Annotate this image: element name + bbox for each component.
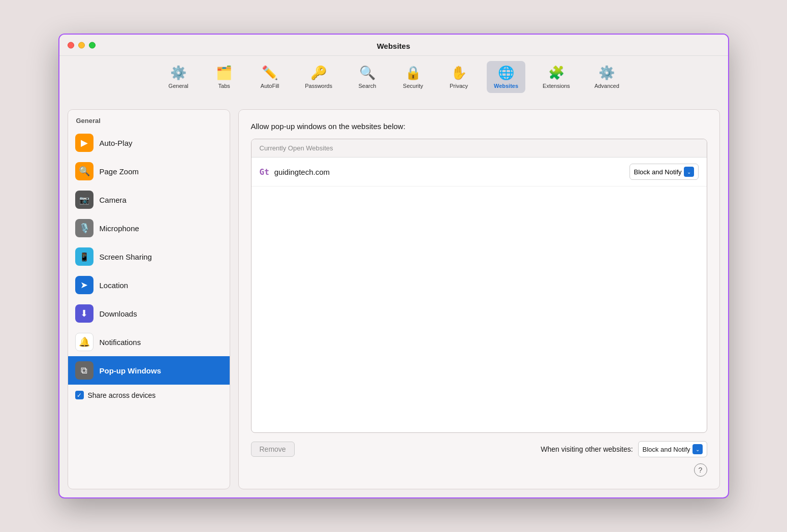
remove-button[interactable]: Remove (251, 442, 295, 457)
sidebar-item-location[interactable]: ➤ Location (68, 271, 230, 299)
websites-table: Currently Open Websites Gt guidingtech.c… (251, 139, 707, 433)
downloads-icon: ⬇ (75, 304, 93, 323)
tabs-icon: 🗂️ (216, 65, 232, 81)
sidebar-item-notifications[interactable]: 🔔 Notifications (68, 328, 230, 356)
minimize-button[interactable] (78, 42, 85, 48)
table-header: Currently Open Websites (251, 139, 707, 158)
location-label: Location (100, 281, 129, 290)
privacy-label: Privacy (450, 83, 468, 89)
general-icon: ⚙️ (170, 65, 186, 81)
titlebar: Websites (59, 35, 728, 56)
advanced-icon: ⚙️ (599, 65, 615, 81)
search-icon: 🔍 (359, 65, 375, 81)
main-panel: Allow pop-up windows on the websites bel… (238, 109, 720, 489)
bottom-controls: Remove When visiting other websites: Blo… (251, 441, 707, 457)
popupwindows-label: Pop-up Windows (100, 366, 162, 375)
autofill-label: AutoFill (261, 83, 279, 89)
site-name: guidingtech.com (274, 168, 629, 176)
help-button[interactable]: ? (694, 463, 707, 477)
autofill-icon: ✏️ (262, 65, 278, 81)
site-dropdown-arrow: ⌄ (684, 167, 694, 177)
sidebar-section-general: General (68, 110, 230, 129)
extensions-label: Extensions (543, 83, 570, 89)
security-icon: 🔒 (405, 65, 421, 81)
advanced-label: Advanced (594, 83, 619, 89)
screenshare-icon: 📱 (75, 247, 93, 266)
help-area: ? (251, 463, 707, 477)
content-area: General ▶ Auto-Play 🔍 Page Zoom 📷 Camera (59, 101, 728, 497)
sidebar-bottom: ✓ Share across devices (68, 385, 230, 405)
sidebar-item-microphone[interactable]: 🎙️ Microphone (68, 214, 230, 242)
window-title: Websites (377, 42, 411, 50)
extensions-icon: 🧩 (548, 65, 564, 81)
popupwindows-icon: ⧉ (75, 361, 93, 380)
other-websites-dropdown-value: Block and Notify (643, 446, 690, 453)
autoplay-label: Auto-Play (100, 139, 133, 147)
sidebar-item-pagezoom[interactable]: 🔍 Page Zoom (68, 157, 230, 185)
camera-icon: 📷 (75, 191, 93, 209)
panel-title: Allow pop-up windows on the websites bel… (251, 122, 707, 131)
passwords-icon: 🔑 (310, 65, 327, 81)
site-dropdown[interactable]: Block and Notify ⌄ (629, 164, 699, 180)
tab-advanced[interactable]: ⚙️ Advanced (587, 61, 626, 93)
other-websites-label: When visiting other websites: (541, 445, 633, 453)
sidebar-item-popupwindows[interactable]: ⧉ Pop-up Windows (68, 356, 230, 385)
sidebar-item-autoplay[interactable]: ▶ Auto-Play (68, 129, 230, 157)
sidebar-item-downloads[interactable]: ⬇ Downloads (68, 299, 230, 328)
tab-passwords[interactable]: 🔑 Passwords (298, 61, 339, 93)
pagezoom-icon: 🔍 (75, 162, 93, 180)
microphone-label: Microphone (100, 224, 139, 233)
sidebar: General ▶ Auto-Play 🔍 Page Zoom 📷 Camera (68, 109, 230, 489)
table-row: Gt guidingtech.com Block and Notify ⌄ (251, 158, 707, 186)
passwords-label: Passwords (305, 83, 332, 89)
websites-icon: 🌐 (498, 65, 514, 81)
tab-websites[interactable]: 🌐 Websites (487, 61, 525, 93)
tab-general[interactable]: ⚙️ General (161, 61, 196, 93)
search-label: Search (359, 83, 376, 89)
tab-autofill[interactable]: ✏️ AutoFill (252, 61, 288, 93)
tabs-label: Tabs (218, 83, 230, 89)
safari-window: Websites ⚙️ General 🗂️ Tabs ✏️ AutoFill … (58, 34, 729, 498)
sidebar-item-camera[interactable]: 📷 Camera (68, 185, 230, 214)
close-button[interactable] (68, 42, 74, 48)
downloads-label: Downloads (100, 309, 137, 318)
sidebar-item-screenshare[interactable]: 📱 Screen Sharing (68, 242, 230, 271)
general-label: General (169, 83, 188, 89)
camera-label: Camera (100, 196, 127, 204)
tab-privacy[interactable]: ✋ Privacy (441, 61, 477, 93)
location-icon: ➤ (75, 276, 93, 294)
other-websites-control: When visiting other websites: Block and … (541, 441, 707, 457)
share-label: Share across devices (88, 391, 156, 399)
traffic-lights (68, 42, 96, 48)
tab-tabs[interactable]: 🗂️ Tabs (206, 61, 242, 93)
site-favicon: Gt (260, 167, 269, 177)
websites-label: Websites (494, 83, 518, 89)
screenshare-label: Screen Sharing (100, 253, 152, 261)
toolbar: ⚙️ General 🗂️ Tabs ✏️ AutoFill 🔑 Passwor… (59, 56, 728, 101)
share-checkbox[interactable]: ✓ (75, 391, 84, 399)
maximize-button[interactable] (89, 42, 96, 48)
tab-extensions[interactable]: 🧩 Extensions (536, 61, 577, 93)
security-label: Security (403, 83, 423, 89)
microphone-icon: 🎙️ (75, 219, 93, 237)
tab-search[interactable]: 🔍 Search (350, 61, 385, 93)
site-dropdown-value: Block and Notify (634, 168, 682, 176)
privacy-icon: ✋ (451, 65, 467, 81)
other-websites-dropdown[interactable]: Block and Notify ⌄ (638, 441, 707, 457)
other-websites-dropdown-arrow: ⌄ (692, 444, 703, 454)
notifications-label: Notifications (100, 338, 141, 347)
autoplay-icon: ▶ (75, 134, 93, 152)
notifications-icon: 🔔 (75, 333, 93, 351)
tab-security[interactable]: 🔒 Security (395, 61, 431, 93)
pagezoom-label: Page Zoom (100, 167, 139, 176)
